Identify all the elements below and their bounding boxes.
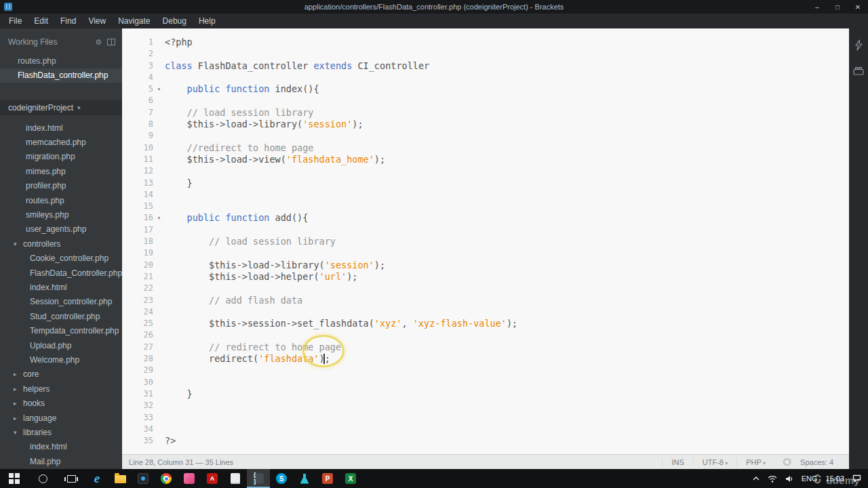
folder-controllers[interactable]: ▾controllers xyxy=(0,237,122,251)
fold-arrow-icon[interactable]: ▾ xyxy=(153,83,165,95)
file-memcached.php[interactable]: memcached.php xyxy=(0,135,122,149)
code-line-29[interactable]: 29 xyxy=(122,365,849,376)
split-view-icon[interactable] xyxy=(107,39,115,45)
code-line-28[interactable]: 28 redirect('flashdata'); xyxy=(122,353,849,365)
code-line-21[interactable]: 21 $this->load->helper('url'); xyxy=(122,271,849,283)
menu-debug[interactable]: Debug xyxy=(157,14,193,28)
editor-pane[interactable]: 1<?php23class FlashData_controller exten… xyxy=(122,28,849,469)
file-Cookie_controller.php[interactable]: Cookie_controller.php xyxy=(0,251,122,266)
working-file-FlashData_controller.php[interactable]: FlashData_controller.php xyxy=(0,68,122,83)
file-index.html[interactable]: index.html xyxy=(0,121,122,135)
code-line-17[interactable]: 17 xyxy=(122,224,849,236)
code-line-1[interactable]: 1<?php xyxy=(122,37,849,48)
live-preview-icon[interactable] xyxy=(854,39,863,54)
code-line-14[interactable]: 14 xyxy=(122,189,849,201)
folder-libraries[interactable]: ▾libraries xyxy=(0,425,122,439)
code-line-32[interactable]: 32 xyxy=(122,400,849,411)
search-button[interactable] xyxy=(28,469,57,488)
code-line-27[interactable]: 27 // redirect to home page xyxy=(122,342,849,353)
code-line-31[interactable]: 31 } xyxy=(122,388,849,400)
file-index.html[interactable]: index.html xyxy=(0,440,122,454)
folder-collapsed-icon[interactable]: ▸ xyxy=(14,415,23,422)
file-FlashData_Controller.php[interactable]: FlashData_Controller.php xyxy=(0,266,122,280)
folder-collapsed-icon[interactable]: ▸ xyxy=(14,386,23,392)
taskbar-skype[interactable]: S xyxy=(270,469,293,488)
file-mimes.php[interactable]: mimes.php xyxy=(0,164,122,178)
file-Upload.php[interactable]: Upload.php xyxy=(0,338,122,352)
code-line-3[interactable]: 3class FlashData_controller extends CI_c… xyxy=(122,60,849,72)
code-line-22[interactable]: 22 xyxy=(122,283,849,294)
code-line-4[interactable]: 4 xyxy=(122,72,849,83)
file-Welcome.php[interactable]: Welcome.php xyxy=(0,352,122,367)
file-routes.php[interactable]: routes.php xyxy=(0,193,122,207)
menu-view[interactable]: View xyxy=(82,14,112,28)
language-select[interactable]: PHP xyxy=(736,458,774,466)
file-migration.php[interactable]: migration.php xyxy=(0,150,122,164)
code-line-26[interactable]: 26 xyxy=(122,329,849,341)
clock[interactable]: 15:03 xyxy=(825,474,844,483)
file-Tempdata_controller.php[interactable]: Tempdata_controller.php xyxy=(0,323,122,338)
code-line-33[interactable]: 33 xyxy=(122,412,849,424)
code-line-24[interactable]: 24 xyxy=(122,306,849,318)
folder-helpers[interactable]: ▸helpers xyxy=(0,382,122,396)
taskbar-internet-explorer[interactable]: e xyxy=(85,469,108,488)
extension-manager-icon[interactable] xyxy=(853,66,864,78)
taskbar-acrobat[interactable]: A xyxy=(201,469,224,488)
file-user_agents.php[interactable]: user_agents.php xyxy=(0,222,122,237)
code-line-8[interactable]: 8 $this->load->library('session'); xyxy=(122,119,849,130)
project-selector[interactable]: codeigniterProject ▾ xyxy=(0,100,122,115)
code-line-19[interactable]: 19 xyxy=(122,247,849,259)
folder-expanded-icon[interactable]: ▾ xyxy=(14,241,23,247)
taskbar-photos[interactable] xyxy=(178,469,201,488)
file-Mail.php[interactable]: Mail.php xyxy=(0,454,122,468)
hidden-icons-button[interactable] xyxy=(753,476,760,481)
volume-icon[interactable] xyxy=(785,475,793,483)
code-line-20[interactable]: 20 $this->load->library('session'); xyxy=(122,260,849,271)
folder-collapsed-icon[interactable]: ▸ xyxy=(14,400,23,407)
taskbar-flask-tool[interactable] xyxy=(293,469,316,488)
task-view-button[interactable] xyxy=(57,469,85,488)
code-line-11[interactable]: 11 $this->load->view('flashdata_home'); xyxy=(122,154,849,165)
action-center-button[interactable] xyxy=(852,474,861,483)
maximize-button[interactable]: □ xyxy=(827,0,848,14)
close-button[interactable]: ✕ xyxy=(848,0,868,14)
file-Session_controller.php[interactable]: Session_controller.php xyxy=(0,295,122,309)
code-line-5[interactable]: 5▾ public function index(){ xyxy=(122,83,849,95)
code-line-12[interactable]: 12 xyxy=(122,165,849,177)
taskbar-excel[interactable]: X xyxy=(339,469,362,488)
code-line-35[interactable]: 35?> xyxy=(122,435,849,447)
file-index.html[interactable]: index.html xyxy=(0,280,122,294)
file-Stud_controller.php[interactable]: Stud_controller.php xyxy=(0,309,122,323)
indent-setting[interactable]: Spaces: 4 xyxy=(791,458,842,466)
file-smileys.php[interactable]: smileys.php xyxy=(0,207,122,222)
folder-hooks[interactable]: ▸hooks xyxy=(0,396,122,410)
folder-core[interactable]: ▸core xyxy=(0,367,122,382)
taskbar-brackets[interactable]: [ ] xyxy=(247,469,270,488)
code-line-34[interactable]: 34 xyxy=(122,424,849,435)
language-indicator[interactable]: ENG xyxy=(802,474,818,483)
taskbar-screen-recorder[interactable] xyxy=(132,469,155,488)
folder-language[interactable]: ▸language xyxy=(0,411,122,425)
folder-expanded-icon[interactable]: ▾ xyxy=(14,429,23,436)
minimize-button[interactable]: – xyxy=(807,0,827,14)
code-line-10[interactable]: 10 //redirect to home page xyxy=(122,142,849,154)
code-line-13[interactable]: 13 } xyxy=(122,178,849,189)
gear-icon[interactable]: ⚙ xyxy=(95,38,102,47)
code-line-16[interactable]: 16▾ public function add(){ xyxy=(122,212,849,224)
code-line-7[interactable]: 7 // load session library xyxy=(122,107,849,119)
lint-indicator-icon[interactable] xyxy=(783,458,791,466)
file-profiler.php[interactable]: profiler.php xyxy=(0,179,122,193)
taskbar-file-explorer[interactable] xyxy=(108,469,132,488)
taskbar-powerpoint[interactable]: P xyxy=(316,469,339,488)
menu-find[interactable]: Find xyxy=(54,14,82,28)
menu-help[interactable]: Help xyxy=(193,14,222,28)
code-line-6[interactable]: 6 xyxy=(122,95,849,106)
code-line-15[interactable]: 15 xyxy=(122,201,849,212)
taskbar-notepad[interactable] xyxy=(224,469,247,488)
menu-file[interactable]: File xyxy=(3,14,28,28)
taskbar-chrome[interactable] xyxy=(155,469,178,488)
code-line-18[interactable]: 18 // load session library xyxy=(122,236,849,247)
fold-arrow-icon[interactable]: ▾ xyxy=(153,212,165,224)
insert-mode-toggle[interactable]: INS xyxy=(662,458,692,466)
code-line-30[interactable]: 30 xyxy=(122,377,849,388)
